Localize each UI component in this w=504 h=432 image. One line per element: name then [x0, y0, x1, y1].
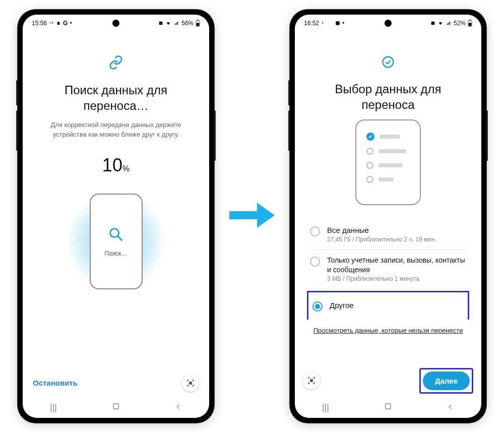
power-button[interactable]: [486, 110, 488, 161]
power-button[interactable]: [214, 110, 216, 161]
radio-icon-selected[interactable]: [312, 301, 323, 312]
option-title: Другое: [330, 300, 464, 311]
stop-button[interactable]: Остановить: [33, 379, 78, 387]
volume-down-button[interactable]: [16, 110, 18, 151]
progress-percent: 10%: [102, 155, 130, 176]
status-time: 16:52: [304, 20, 319, 27]
battery-icon: [196, 20, 200, 27]
samsung-icon: [321, 21, 326, 26]
magnifier-icon: [107, 226, 124, 245]
svg-point-13: [383, 56, 394, 67]
volume-up-button[interactable]: [16, 80, 18, 105]
screen-right: 16:52 •: [295, 15, 481, 418]
wifi-icon: [437, 21, 444, 26]
more-icon: •: [70, 20, 72, 27]
page-title: Поиск данных для переноса…: [35, 82, 197, 113]
svg-rect-7: [229, 211, 260, 219]
battery-percent: 56%: [181, 20, 194, 27]
signal-icon: [446, 21, 452, 26]
battery-icon: [468, 20, 472, 27]
search-label: Поиск…: [104, 250, 127, 257]
google-icon: G: [63, 20, 68, 27]
shopping-icon: [56, 21, 61, 26]
page-title: Выбор данных для переноса: [307, 81, 469, 112]
nav-bar: |||: [295, 398, 481, 418]
illust-bar: [379, 163, 403, 167]
svg-rect-6: [113, 404, 119, 409]
svg-rect-14: [310, 380, 313, 382]
bottom-bar: Остановить: [23, 368, 209, 398]
percent-unit: %: [122, 164, 130, 173]
svg-rect-12: [469, 23, 472, 26]
volume-down-button[interactable]: [288, 110, 290, 151]
radio-icon[interactable]: [310, 226, 320, 236]
svg-rect-11: [469, 20, 471, 20]
svg-rect-2: [197, 20, 199, 20]
option-title: Только учетные записи, вызовы, контакты …: [327, 256, 466, 274]
illust-radio-icon: [366, 148, 373, 155]
more-icon: •: [342, 20, 344, 27]
option-accounts-only[interactable]: Только учетные записи, вызовы, контакты …: [307, 250, 469, 288]
illust-radio-icon: [366, 162, 373, 169]
radio-icon[interactable]: [310, 257, 320, 267]
option-subtitle: 27,45 Гб / Приблизительно 2 ч. 19 мин.: [327, 236, 466, 243]
svg-rect-15: [386, 404, 391, 409]
battery-percent: 52%: [454, 20, 466, 27]
option-subtitle: 3 МБ / Приблизительно 1 минута: [327, 275, 466, 282]
screen-left: 15:56 G • 56%: [23, 15, 209, 418]
nfc-icon: [158, 21, 163, 26]
next-highlight: Далее: [419, 368, 473, 394]
front-camera: [112, 20, 119, 27]
svg-rect-8: [336, 21, 340, 25]
nav-bar: |||: [23, 398, 209, 418]
front-camera: [385, 20, 392, 27]
download-icon: [328, 21, 333, 26]
page-subtitle: Для корректной передачи данных держите у…: [40, 120, 192, 140]
nav-recent-button[interactable]: |||: [322, 402, 329, 413]
svg-rect-9: [431, 21, 435, 25]
options-list: Все данные 27,45 Гб / Приблизительно 2 ч…: [307, 219, 469, 320]
nav-back-button[interactable]: [447, 402, 454, 413]
selection-illustration: [355, 119, 421, 205]
phone-right: 16:52 •: [290, 10, 486, 423]
volume-up-button[interactable]: [288, 80, 290, 105]
wifi-icon: [165, 21, 171, 26]
qr-scan-button[interactable]: [303, 372, 320, 389]
nav-home-button[interactable]: [111, 402, 120, 413]
signal-icon: [173, 21, 179, 26]
samsung-icon: [49, 21, 54, 26]
illust-bar: [379, 177, 394, 181]
percent-value: 10: [102, 155, 122, 175]
svg-rect-5: [190, 382, 192, 384]
nav-back-button[interactable]: [175, 402, 182, 413]
arrow-right-icon: [229, 200, 275, 232]
option-title: Все данные: [327, 225, 466, 235]
footer-bar: Далее: [295, 363, 481, 398]
option-all-data[interactable]: Все данные 27,45 Гб / Приблизительно 2 ч…: [307, 219, 469, 250]
phone-outline-graphic: Поиск…: [90, 194, 143, 289]
nav-recent-button[interactable]: |||: [50, 402, 57, 413]
check-circle-icon: [381, 55, 395, 71]
svg-rect-0: [159, 21, 163, 25]
search-graphic: Поиск…: [66, 191, 166, 292]
option-other[interactable]: Другое: [307, 291, 469, 320]
phone-left: 15:56 G • 56%: [18, 10, 214, 423]
nfc-icon: [430, 21, 435, 26]
illust-check-icon: [366, 133, 374, 141]
content-area: Поиск данных для переноса… Для корректно…: [23, 30, 209, 368]
illust-bar: [379, 149, 406, 153]
qr-scan-button[interactable]: [182, 375, 199, 392]
illust-bar: [380, 135, 400, 139]
next-button[interactable]: Далее: [423, 372, 470, 390]
nav-home-button[interactable]: [384, 402, 393, 413]
image-icon: [335, 21, 340, 26]
status-time: 15:56: [32, 20, 47, 27]
illust-radio-icon: [366, 176, 373, 183]
link-icon: [108, 55, 123, 72]
content-area: Выбор данных для переноса: [295, 30, 481, 363]
svg-rect-3: [197, 23, 200, 26]
view-untransferable-link[interactable]: Просмотреть данные, которые нельзя перен…: [313, 327, 463, 334]
